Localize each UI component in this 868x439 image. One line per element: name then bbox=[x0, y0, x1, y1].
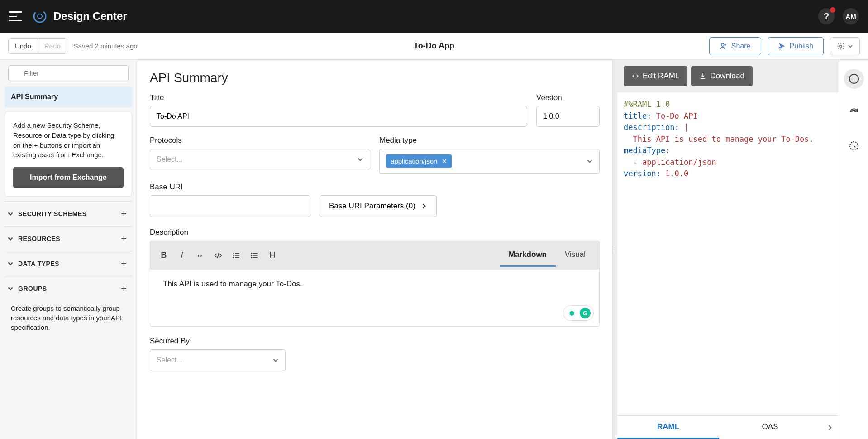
secured-by-label: Secured By bbox=[150, 337, 600, 346]
remove-chip-icon[interactable]: ✕ bbox=[442, 158, 447, 165]
add-security-scheme-button[interactable]: + bbox=[118, 208, 129, 220]
grammarly-icon: G bbox=[580, 308, 591, 318]
right-panel: Edit RAML Download #%RAML 1.0 title: To-… bbox=[617, 60, 839, 439]
media-type-select[interactable]: application/json ✕ bbox=[379, 149, 600, 174]
title-input[interactable] bbox=[150, 106, 527, 127]
svg-point-2 bbox=[721, 43, 724, 46]
mock-rail-button[interactable] bbox=[844, 136, 864, 156]
saved-status: Saved 2 minutes ago bbox=[74, 42, 138, 50]
chevron-down-icon bbox=[7, 236, 14, 242]
chevron-right-icon bbox=[827, 425, 833, 431]
media-type-label: Media type bbox=[379, 136, 600, 145]
svg-point-8 bbox=[251, 257, 252, 258]
bold-button[interactable]: B bbox=[155, 246, 173, 265]
quote-button[interactable] bbox=[191, 246, 209, 265]
document-title: To-Do App bbox=[414, 41, 454, 51]
tab-raml[interactable]: RAML bbox=[617, 416, 719, 439]
protocols-label: Protocols bbox=[150, 136, 370, 145]
grammarly-shield-icon: ⬢ bbox=[566, 308, 577, 318]
tab-oas[interactable]: OAS bbox=[719, 416, 821, 439]
media-type-chip: application/json ✕ bbox=[386, 154, 452, 168]
refresh-rail-button[interactable] bbox=[844, 102, 864, 122]
app-title: Design Center bbox=[53, 10, 127, 23]
italic-button[interactable]: I bbox=[173, 246, 191, 265]
page-heading: API Summary bbox=[150, 71, 600, 85]
add-group-button[interactable]: + bbox=[118, 283, 129, 294]
sidebar: API Summary Add a new Security Scheme, R… bbox=[0, 60, 137, 439]
undo-button[interactable]: Undo bbox=[9, 39, 38, 53]
svg-point-0 bbox=[34, 10, 46, 22]
svg-point-4 bbox=[840, 45, 842, 47]
top-bar: Design Center ? AM bbox=[0, 0, 868, 33]
add-data-type-button[interactable]: + bbox=[118, 258, 129, 270]
code-button[interactable] bbox=[209, 246, 227, 265]
code-icon bbox=[214, 251, 223, 260]
quote-icon bbox=[196, 251, 204, 260]
base-uri-input[interactable] bbox=[150, 195, 310, 217]
redo-button[interactable]: Redo bbox=[38, 39, 67, 53]
add-resource-button[interactable]: + bbox=[118, 233, 129, 245]
import-exchange-button[interactable]: Import from Exchange bbox=[13, 167, 124, 188]
section-security-schemes[interactable]: SECURITY SCHEMES + bbox=[5, 201, 132, 226]
tab-visual[interactable]: Visual bbox=[556, 244, 595, 267]
expand-panel-button[interactable] bbox=[821, 416, 839, 439]
gear-icon bbox=[837, 42, 845, 50]
download-button[interactable]: Download bbox=[691, 66, 753, 86]
settings-button[interactable] bbox=[830, 37, 860, 55]
version-label: Version bbox=[536, 93, 600, 102]
share-icon bbox=[720, 42, 728, 50]
description-label: Description bbox=[150, 228, 600, 237]
publish-button[interactable]: Publish bbox=[768, 37, 824, 55]
help-button[interactable]: ? bbox=[818, 8, 835, 24]
unordered-list-icon bbox=[250, 251, 258, 260]
chevron-down-icon bbox=[357, 156, 363, 163]
svg-point-6 bbox=[251, 253, 252, 254]
toolbar: Undo Redo Saved 2 minutes ago To-Do App … bbox=[0, 33, 868, 60]
info-rail-button[interactable] bbox=[844, 69, 864, 89]
title-label: Title bbox=[150, 93, 527, 102]
base-uri-params-button[interactable]: Base URI Parameters (0) bbox=[320, 195, 437, 217]
chevron-right-icon bbox=[421, 203, 427, 209]
info-card: Add a new Security Scheme, Resource or D… bbox=[5, 112, 132, 197]
groups-note: Create groups to semantically group reso… bbox=[5, 301, 132, 338]
chevron-down-icon bbox=[7, 261, 14, 267]
tab-markdown[interactable]: Markdown bbox=[500, 244, 556, 267]
app-logo-icon bbox=[33, 9, 47, 24]
grammarly-widget[interactable]: ⬢ G bbox=[563, 305, 594, 321]
share-button[interactable]: Share bbox=[709, 37, 761, 55]
version-input[interactable] bbox=[536, 106, 600, 127]
unordered-list-button[interactable] bbox=[245, 246, 263, 265]
section-data-types[interactable]: DATA TYPES + bbox=[5, 251, 132, 276]
svg-point-3 bbox=[779, 47, 781, 49]
code-preview: #%RAML 1.0 title: To-Do API description:… bbox=[617, 92, 839, 415]
download-icon bbox=[699, 72, 706, 80]
right-rail bbox=[839, 60, 868, 439]
main-form: API Summary Title Version Protocols Sele… bbox=[137, 60, 613, 439]
section-resources[interactable]: RESOURCES + bbox=[5, 226, 132, 251]
base-uri-label: Base URI bbox=[150, 183, 600, 192]
svg-point-1 bbox=[38, 14, 42, 19]
notification-badge bbox=[830, 7, 835, 13]
description-textarea[interactable]: This API is used to manage your To-Dos. … bbox=[150, 270, 599, 326]
ordered-list-icon bbox=[232, 251, 240, 260]
info-card-text: Add a new Security Scheme, Resource or D… bbox=[13, 121, 124, 160]
filter-input[interactable] bbox=[8, 65, 129, 81]
hamburger-menu-icon[interactable] bbox=[9, 11, 22, 21]
undo-redo-group: Undo Redo bbox=[8, 38, 67, 54]
secured-by-select[interactable]: Select... bbox=[150, 349, 286, 371]
code-icon bbox=[632, 72, 639, 80]
nav-api-summary[interactable]: API Summary bbox=[5, 87, 132, 107]
description-editor: B I H Markdown Visual This API is used t… bbox=[150, 241, 600, 327]
user-avatar[interactable]: AM bbox=[843, 8, 859, 24]
chevron-down-icon bbox=[272, 357, 279, 363]
edit-raml-button[interactable]: Edit RAML bbox=[624, 66, 687, 86]
section-groups[interactable]: GROUPS + bbox=[5, 276, 132, 301]
publish-icon bbox=[778, 42, 786, 50]
ordered-list-button[interactable] bbox=[227, 246, 245, 265]
chevron-down-icon bbox=[7, 211, 14, 217]
chevron-down-icon bbox=[7, 285, 14, 292]
panel-resize-handle[interactable]: ⋮ bbox=[613, 60, 617, 439]
refresh-icon bbox=[849, 107, 859, 118]
heading-button[interactable]: H bbox=[263, 246, 281, 265]
protocols-select[interactable]: Select... bbox=[150, 149, 370, 170]
